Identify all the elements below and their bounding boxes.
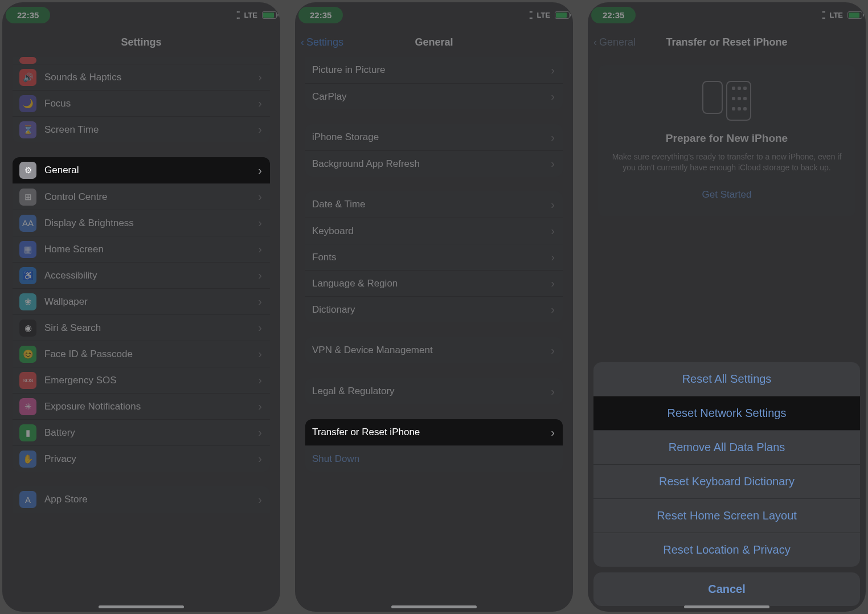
- settings-row[interactable]: ⌛Screen Time›: [13, 116, 270, 142]
- settings-row[interactable]: ◉Siri & Search›: [13, 314, 270, 341]
- row-icon: ❀: [19, 293, 36, 310]
- sheet-option[interactable]: Reset Home Screen Layout: [593, 498, 860, 533]
- row-label: Background App Refresh: [312, 158, 551, 170]
- row-label: Keyboard: [312, 226, 551, 237]
- chevron-left-icon: ‹: [593, 36, 597, 48]
- phone-settings: 22:35 ▪▪▪▪ LTE Settings 🔊Sounds & Haptic…: [2, 2, 280, 612]
- device-new-icon: [726, 81, 751, 121]
- status-bar: 22:35 ▪▪▪▪ LTE: [588, 2, 866, 27]
- battery-icon: [847, 11, 862, 19]
- row-label: VPN & Device Management: [312, 345, 551, 356]
- row-label: Shut Down: [312, 453, 555, 465]
- settings-row[interactable]: ▮Battery›: [13, 419, 270, 445]
- chevron-right-icon: ›: [551, 64, 555, 77]
- status-bar: 22:35 ▪▪▪▪ LTE: [295, 2, 573, 27]
- row-label: Dictionary: [312, 304, 551, 316]
- battery-icon: [555, 11, 570, 19]
- list-row[interactable]: Fonts›: [305, 244, 563, 270]
- settings-row[interactable]: AApp Store›: [13, 486, 270, 513]
- row-icon: [19, 57, 36, 64]
- nav-title: General: [415, 36, 453, 48]
- phone-general: 22:35 ▪▪▪▪ LTE ‹ Settings General Pictur…: [295, 2, 573, 612]
- row-label: Face ID & Passcode: [44, 349, 258, 360]
- get-started-button[interactable]: Get Started: [611, 189, 843, 200]
- settings-row[interactable]: ▦Home Screen›: [13, 236, 270, 262]
- nav-title: Settings: [121, 36, 161, 48]
- settings-row[interactable]: 🔊Sounds & Haptics›: [13, 64, 270, 90]
- row-label: iPhone Storage: [312, 132, 551, 143]
- cancel-button[interactable]: Cancel: [593, 572, 860, 606]
- clipped-row: [13, 57, 270, 64]
- row-label: Screen Time: [44, 124, 258, 136]
- home-indicator[interactable]: [391, 605, 477, 608]
- list-row[interactable]: Language & Region›: [305, 270, 563, 296]
- settings-row[interactable]: ❀Wallpaper›: [13, 288, 270, 314]
- back-label: General: [599, 36, 636, 48]
- sheet-option[interactable]: Reset All Settings: [593, 362, 860, 396]
- chevron-right-icon: ›: [551, 303, 555, 316]
- settings-group-2: ⚙General›⊞Control Centre›AADisplay & Bri…: [13, 157, 270, 472]
- settings-row[interactable]: AADisplay & Brightness›: [13, 210, 270, 236]
- settings-row[interactable]: ⊞Control Centre›: [13, 183, 270, 210]
- row-label: Siri & Search: [44, 322, 258, 334]
- chevron-left-icon: ‹: [301, 36, 304, 48]
- home-indicator[interactable]: [684, 605, 769, 608]
- list-row[interactable]: Picture in Picture›: [305, 57, 563, 83]
- row-label: Sounds & Haptics: [44, 72, 258, 83]
- row-label: Picture in Picture: [312, 64, 551, 76]
- row-icon: ✳: [19, 398, 36, 415]
- chevron-right-icon: ›: [551, 131, 555, 144]
- list-row[interactable]: iPhone Storage›: [305, 124, 563, 150]
- home-indicator[interactable]: [99, 605, 184, 608]
- row-label: Home Screen: [44, 244, 258, 255]
- list-row[interactable]: VPN & Device Management›: [305, 337, 563, 363]
- list-row[interactable]: Background App Refresh›: [305, 150, 563, 177]
- list-row[interactable]: Keyboard›: [305, 218, 563, 244]
- settings-group-3: AApp Store›: [13, 486, 270, 513]
- back-button[interactable]: ‹ General: [593, 36, 636, 48]
- status-bar: 22:35 ▪▪▪▪ LTE: [2, 2, 280, 27]
- list-row[interactable]: CarPlay›: [305, 83, 563, 109]
- row-label: Exposure Notifications: [44, 401, 258, 412]
- settings-row[interactable]: ♿Accessibility›: [13, 262, 270, 288]
- row-icon: AA: [19, 215, 36, 232]
- chevron-right-icon: ›: [258, 269, 262, 282]
- chevron-right-icon: ›: [551, 224, 555, 238]
- chevron-right-icon: ›: [258, 426, 262, 439]
- chevron-right-icon: ›: [258, 452, 262, 465]
- row-label: Wallpaper: [44, 296, 258, 308]
- status-time: 22:35: [591, 7, 636, 23]
- back-button[interactable]: ‹ Settings: [301, 36, 343, 48]
- general-group-1: Picture in Picture›CarPlay›: [305, 57, 563, 109]
- settings-row[interactable]: ✋Privacy›: [13, 445, 270, 472]
- row-label: Language & Region: [312, 278, 551, 289]
- settings-row[interactable]: 🌙Focus›: [13, 90, 270, 116]
- row-icon: ▮: [19, 424, 36, 441]
- list-row[interactable]: Date & Time›: [305, 191, 563, 218]
- sheet-option[interactable]: Reset Keyboard Dictionary: [593, 464, 860, 498]
- chevron-right-icon: ›: [551, 277, 555, 290]
- list-row[interactable]: Shut Down: [305, 445, 563, 472]
- settings-row[interactable]: ✳Exposure Notifications›: [13, 393, 270, 419]
- list-row[interactable]: Transfer or Reset iPhone›: [305, 419, 563, 445]
- general-group-6: Transfer or Reset iPhone›Shut Down: [305, 419, 563, 472]
- device-old-icon: [702, 81, 723, 114]
- row-icon: ▦: [19, 241, 36, 258]
- row-label: General: [44, 165, 258, 176]
- row-label: Date & Time: [312, 199, 551, 210]
- settings-row[interactable]: 😊Face ID & Passcode›: [13, 341, 270, 367]
- list-row[interactable]: Dictionary›: [305, 296, 563, 322]
- list-row[interactable]: Legal & Regulatory›: [305, 378, 563, 404]
- network-label: LTE: [829, 11, 843, 19]
- dual-sim-icon: ▪▪▪▪: [236, 9, 239, 21]
- network-label: LTE: [244, 11, 257, 19]
- settings-row[interactable]: SOSEmergency SOS›: [13, 367, 270, 393]
- battery-icon: [262, 11, 277, 19]
- prepare-card: Prepare for New iPhone Make sure everyth…: [598, 65, 855, 216]
- row-icon: ⚙: [19, 162, 36, 179]
- sheet-option[interactable]: Remove All Data Plans: [593, 430, 860, 464]
- sheet-option[interactable]: Reset Location & Privacy: [593, 533, 860, 567]
- chevron-right-icon: ›: [258, 374, 262, 387]
- settings-row[interactable]: ⚙General›: [13, 157, 270, 183]
- sheet-option[interactable]: Reset Network Settings: [593, 396, 860, 430]
